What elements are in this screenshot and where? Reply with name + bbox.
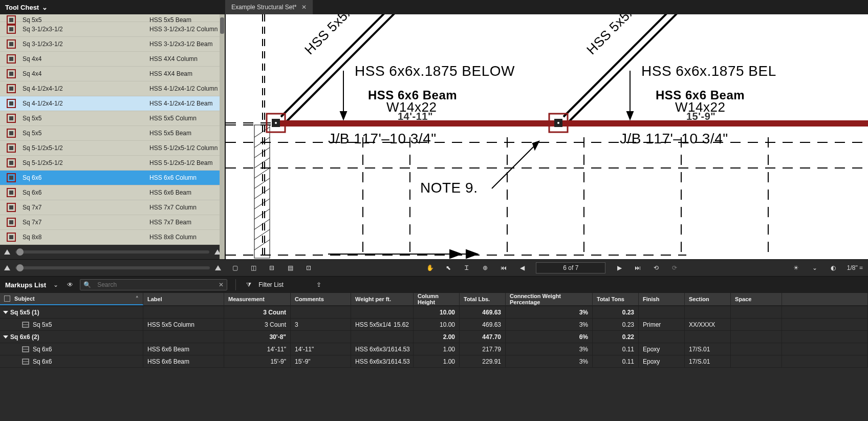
tool-chest-item[interactable]: Sq 7x7HSS 7x7 Column <box>0 200 225 215</box>
markup-group-row[interactable]: Sq 5x5 (1)3 Count10.00469.633%0.23 <box>0 306 868 319</box>
column-header[interactable]: Total Tons <box>593 293 639 305</box>
first-page-icon[interactable]: ⏮ <box>499 263 508 272</box>
tool-chest-item[interactable]: Sq 4-1/2x4-1/2HSS 4-1/2x4-1/2 Beam <box>0 96 225 111</box>
tool-chest-item[interactable]: Sq 7x7HSS 7x7 Beam <box>0 215 225 230</box>
zoom-scale[interactable]: 1/8" = <box>847 264 863 271</box>
tool-icon <box>0 53 23 65</box>
scrollbar[interactable] <box>220 14 225 259</box>
brightness-icon[interactable]: ☀ <box>792 263 801 272</box>
tool-chest-item[interactable]: Sq 5x5HSS 5x5 Column <box>0 111 225 126</box>
tool-chest-item[interactable]: Sq 6x6HSS 6x6 Beam <box>0 185 225 200</box>
drawing-canvas[interactable]: HSS 5x5x.25 HSS 5x5x.25 HSS 6x6x.1875 BE… <box>225 14 868 259</box>
tool-desc: HSS 5-1/2x5-1/2 Column <box>149 144 225 152</box>
tool-chest-item[interactable]: Sq 3-1/2x3-1/2HSS 3-1/2x3-1/2 Column <box>0 22 225 37</box>
select-icon[interactable]: ⬉ <box>444 263 453 272</box>
tool-chest-item[interactable]: Sq 4x4HSS 4X4 Beam <box>0 67 225 81</box>
chevron-down-icon[interactable]: ⌄ <box>51 280 60 289</box>
triangle-up-icon[interactable] <box>215 265 221 270</box>
tool-name: Sq 5x5 <box>23 115 149 122</box>
fit-page-icon[interactable]: ⊡ <box>304 263 313 272</box>
svg-text:14'-11": 14'-11" <box>398 111 433 122</box>
svg-rect-25 <box>9 191 13 195</box>
svg-marker-79 <box>450 250 461 258</box>
column-header[interactable] <box>782 293 868 305</box>
page-indicator[interactable]: 6 of 7 <box>536 262 605 273</box>
zoom-slider[interactable] <box>15 266 210 269</box>
column-header[interactable]: Subject˄ <box>0 293 143 305</box>
column-header[interactable]: Measurement <box>224 293 291 305</box>
markups-search[interactable]: 🔍 ✕ <box>80 279 227 290</box>
tool-chest-title-bar[interactable]: Tool Chest ⌄ <box>0 0 225 14</box>
tool-desc: HSS 4X4 Beam <box>149 70 225 77</box>
filter-icon[interactable]: ⧩ <box>244 280 253 289</box>
markups-body[interactable]: Sq 5x5 (1)3 Count10.00469.633%0.23Sq 5x5… <box>0 306 868 421</box>
prev-page-icon[interactable]: ◀ <box>517 263 527 272</box>
triangle-up-icon[interactable] <box>4 249 10 255</box>
forward-view-icon[interactable]: ⟳ <box>670 263 679 272</box>
tool-name: Sq 8x8 <box>23 234 149 241</box>
column-header[interactable]: Weight per ft. <box>351 293 414 305</box>
column-header[interactable]: Comments <box>291 293 351 305</box>
search-input[interactable] <box>94 281 215 288</box>
tool-desc: HSS 5x5 Beam <box>149 16 225 24</box>
next-page-icon[interactable]: ▶ <box>615 263 624 272</box>
tool-name: Sq 4x4 <box>23 70 149 77</box>
tool-chest-item[interactable]: Sq 3-1/2x3-1/2HSS 3-1/2x3-1/2 Beam <box>0 37 225 52</box>
hide-markups-icon[interactable]: 👁 <box>66 280 75 289</box>
triangle-up-icon[interactable] <box>4 265 10 270</box>
tool-name: Sq 5x5 <box>23 16 149 24</box>
close-icon[interactable]: ✕ <box>301 4 307 11</box>
column-header[interactable]: Label <box>143 293 224 305</box>
column-header[interactable]: Finish <box>639 293 685 305</box>
columns-menu-icon[interactable] <box>4 296 10 302</box>
zoom-icon[interactable]: ⊕ <box>481 263 490 272</box>
filter-list-label[interactable]: Filter List <box>258 281 284 288</box>
svg-marker-72 <box>340 112 346 119</box>
column-header[interactable]: Connection Weight Percentage <box>506 293 593 305</box>
tool-chest-item[interactable]: Sq 5x5HSS 5x5 Beam <box>0 126 225 141</box>
markups-title: Markups List <box>5 281 46 289</box>
markup-item-row[interactable]: Sq 6x6HSS 6x6 Beam14'-11"14'-11"HSS 6x6x… <box>0 343 868 355</box>
tool-desc: HSS 4-1/2x4-1/2 Column <box>149 85 225 92</box>
tool-chest-item[interactable]: Sq 8x8HSS 8x8 Column <box>0 230 225 245</box>
markup-item-row[interactable]: Sq 5x5HSS 5x5 Column3 Count3HSS 5x5x1/41… <box>0 319 868 331</box>
split-horizontal-icon[interactable]: ⊟ <box>267 263 276 272</box>
clear-search-icon[interactable]: ✕ <box>215 281 227 288</box>
export-icon[interactable]: ⇪ <box>314 280 323 289</box>
tool-chest-item[interactable]: Sq 5x5HSS 5x5 Beam <box>0 14 225 22</box>
chevron-down-icon[interactable]: ⌄ <box>810 263 819 272</box>
markup-icon <box>21 321 30 328</box>
tool-desc: HSS 3-1/2x3-1/2 Beam <box>149 40 225 48</box>
markup-item-row[interactable]: Sq 6x6HSS 6x6 Beam15'-9"15'-9"HSS 6x6x3/… <box>0 355 868 368</box>
back-view-icon[interactable]: ⟲ <box>652 263 661 272</box>
tool-name: Sq 6x6 <box>23 174 149 181</box>
svg-rect-17 <box>9 131 13 135</box>
svg-text:J/B  117'–10 3/4": J/B 117'–10 3/4" <box>328 131 437 146</box>
expand-icon[interactable] <box>3 335 8 339</box>
pan-icon[interactable]: ✋ <box>425 263 435 272</box>
single-page-icon[interactable]: ▢ <box>230 263 240 272</box>
zoom-slider[interactable] <box>15 250 209 254</box>
document-tab[interactable]: Example Structural Set* ✕ <box>225 0 313 14</box>
markup-group-row[interactable]: Sq 6x6 (2)30'-8"2.00447.706%0.22 <box>0 331 868 343</box>
column-header[interactable]: Column Height <box>414 293 460 305</box>
tool-chest-item[interactable]: Sq 4-1/2x4-1/2HSS 4-1/2x4-1/2 Column <box>0 81 225 96</box>
tool-chest-item[interactable]: Sq 4x4HSS 4X4 Column <box>0 52 225 67</box>
page-layout-icon[interactable]: ▤ <box>286 263 295 272</box>
expand-icon[interactable] <box>3 311 8 314</box>
svg-marker-78 <box>466 250 478 258</box>
dim-icon[interactable]: ◐ <box>829 263 838 272</box>
column-header[interactable]: Total Lbs. <box>460 293 506 305</box>
tool-chest-item[interactable]: Sq 6x6HSS 6x6 Column <box>0 171 225 185</box>
tool-name: Sq 4-1/2x4-1/2 <box>23 100 149 107</box>
svg-rect-27 <box>9 205 13 209</box>
column-header[interactable]: Space <box>731 293 782 305</box>
tool-chest-item[interactable]: Sq 5-1/2x5-1/2HSS 5-1/2x5-1/2 Beam <box>0 156 225 171</box>
tool-name: Sq 3-1/2x3-1/2 <box>23 40 149 48</box>
text-select-icon[interactable]: Ꮖ <box>462 263 471 272</box>
sort-icon[interactable]: ˄ <box>136 296 139 302</box>
tool-chest-item[interactable]: Sq 5-1/2x5-1/2HSS 5-1/2x5-1/2 Column <box>0 141 225 156</box>
last-page-icon[interactable]: ⏭ <box>633 263 642 272</box>
column-header[interactable]: Section <box>685 293 731 305</box>
split-vertical-icon[interactable]: ◫ <box>249 263 258 272</box>
